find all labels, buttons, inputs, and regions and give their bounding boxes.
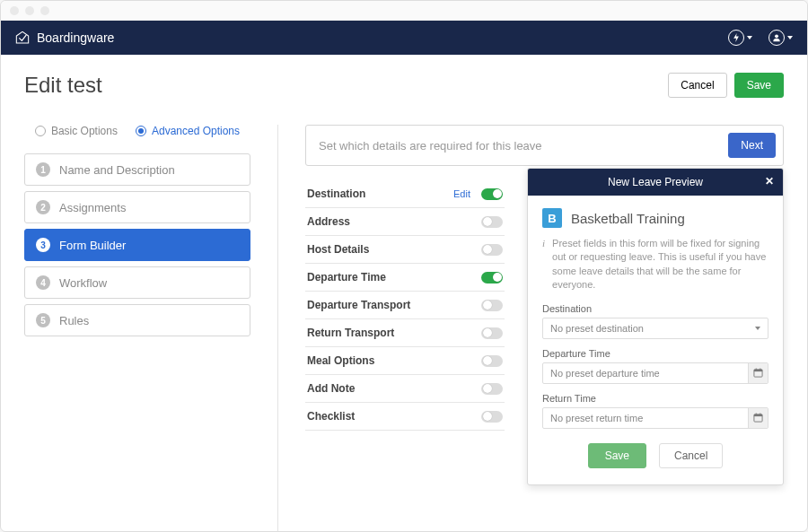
step-list: 1Name and Description2Assignments3Form B… bbox=[24, 153, 250, 336]
step-number-icon: 4 bbox=[36, 275, 50, 290]
field-toggle[interactable] bbox=[481, 327, 503, 339]
navbar-user-menu[interactable] bbox=[768, 30, 793, 46]
svg-rect-6 bbox=[754, 414, 762, 416]
preview-field-departure: Departure Time No preset departure time bbox=[542, 348, 768, 384]
app-window: Boardingware Edit test Cancel Save bbox=[0, 0, 808, 532]
field-row-right bbox=[481, 272, 503, 283]
field-label: Destination bbox=[542, 303, 768, 314]
field-toggle[interactable] bbox=[481, 272, 503, 283]
sidebar: Basic Options Advanced Options 1Name and… bbox=[24, 125, 250, 532]
preview-body: B Basketball Training i Preset fields in… bbox=[528, 196, 783, 484]
field-toggle[interactable] bbox=[481, 188, 503, 200]
svg-rect-4 bbox=[760, 369, 760, 371]
radio-icon bbox=[35, 126, 46, 136]
select-value: No preset destination bbox=[550, 323, 644, 334]
preview-save-button[interactable]: Save bbox=[588, 443, 646, 468]
step-form-builder[interactable]: 3Form Builder bbox=[24, 229, 250, 261]
cancel-button[interactable]: Cancel bbox=[668, 73, 726, 98]
field-toggle[interactable] bbox=[481, 383, 503, 395]
chevron-down-icon bbox=[747, 36, 752, 39]
field-label: Destination bbox=[307, 188, 365, 200]
field-toggle[interactable] bbox=[481, 355, 503, 367]
field-row-address: Address bbox=[305, 208, 505, 236]
step-number-icon: 3 bbox=[36, 238, 50, 252]
field-row-departure-time: Departure Time bbox=[305, 264, 505, 292]
leave-name: Basketball Training bbox=[571, 211, 685, 226]
field-toggle[interactable] bbox=[481, 244, 503, 256]
page-body: Basic Options Advanced Options 1Name and… bbox=[1, 109, 807, 532]
page-header: Edit test Cancel Save bbox=[1, 55, 807, 109]
preview-title-row: B Basketball Training bbox=[542, 208, 768, 228]
field-row-meal-options: Meal Options bbox=[305, 347, 505, 375]
preview-info-row: i Preset fields in this form will be fix… bbox=[542, 237, 768, 292]
field-row-destination: DestinationEdit bbox=[305, 180, 505, 208]
departure-time-input[interactable]: No preset departure time bbox=[542, 362, 768, 384]
field-row-return-transport: Return Transport bbox=[305, 319, 505, 347]
svg-rect-2 bbox=[754, 370, 762, 371]
radio-label: Basic Options bbox=[51, 125, 118, 137]
field-rows: DestinationEditAddressHost DetailsDepart… bbox=[305, 180, 505, 431]
save-button[interactable]: Save bbox=[734, 73, 784, 98]
step-number-icon: 2 bbox=[36, 200, 50, 214]
input-value: No preset return time bbox=[550, 413, 643, 423]
brand-name: Boardingware bbox=[37, 31, 114, 45]
destination-select[interactable]: No preset destination bbox=[542, 318, 768, 339]
main-panel: Set which details are required for this … bbox=[305, 125, 784, 532]
vertical-divider bbox=[277, 125, 278, 532]
field-row-right bbox=[481, 300, 503, 311]
field-row-departure-transport: Departure Transport bbox=[305, 292, 505, 319]
field-toggle[interactable] bbox=[481, 300, 503, 311]
field-edit-link[interactable]: Edit bbox=[453, 188, 470, 199]
field-row-host-details: Host Details bbox=[305, 236, 505, 264]
step-assignments[interactable]: 2Assignments bbox=[24, 191, 250, 223]
field-label: Address bbox=[307, 215, 350, 228]
traffic-light-close[interactable] bbox=[10, 6, 19, 15]
chevron-down-icon bbox=[787, 36, 793, 39]
preview-info-text: Preset fields in this form will be fixed… bbox=[552, 237, 768, 292]
field-row-right bbox=[481, 216, 503, 228]
svg-point-0 bbox=[775, 34, 778, 38]
step-workflow[interactable]: 4Workflow bbox=[24, 266, 250, 299]
step-label: Rules bbox=[59, 314, 89, 327]
help-text: Set which details are required for this … bbox=[319, 139, 542, 153]
traffic-light-min[interactable] bbox=[25, 6, 34, 15]
preview-panel: New Leave Preview ✕ B Basketball Trainin… bbox=[527, 168, 784, 485]
next-button[interactable]: Next bbox=[728, 133, 776, 158]
option-mode-radios: Basic Options Advanced Options bbox=[24, 125, 250, 137]
preview-field-destination: Destination No preset destination bbox=[542, 303, 768, 339]
preview-actions: Save Cancel bbox=[542, 443, 768, 468]
step-label: Workflow bbox=[59, 276, 107, 290]
brand[interactable]: Boardingware bbox=[15, 31, 114, 45]
calendar-icon bbox=[748, 408, 768, 428]
field-label: Add Note bbox=[307, 382, 355, 395]
step-label: Form Builder bbox=[59, 239, 126, 252]
svg-rect-3 bbox=[756, 369, 757, 371]
close-icon[interactable]: ✕ bbox=[765, 175, 774, 188]
field-row-right: Edit bbox=[453, 188, 503, 200]
return-time-input[interactable]: No preset return time bbox=[542, 407, 768, 429]
info-icon: i bbox=[542, 237, 545, 292]
preview-field-return: Return Time No preset return time bbox=[542, 393, 768, 429]
preview-cancel-button[interactable]: Cancel bbox=[659, 443, 723, 468]
field-row-right bbox=[481, 411, 503, 423]
user-icon bbox=[768, 30, 785, 46]
bolt-icon bbox=[728, 30, 744, 46]
radio-advanced-options[interactable]: Advanced Options bbox=[136, 125, 240, 137]
field-toggle[interactable] bbox=[481, 411, 503, 423]
radio-basic-options[interactable]: Basic Options bbox=[35, 125, 118, 137]
field-row-checklist: Checklist bbox=[305, 403, 505, 431]
traffic-light-max[interactable] bbox=[40, 6, 49, 15]
radio-icon bbox=[136, 126, 146, 136]
navbar-bolt-menu[interactable] bbox=[728, 30, 752, 46]
field-label: Host Details bbox=[307, 243, 369, 256]
brand-check-icon bbox=[15, 31, 30, 44]
preview-header: New Leave Preview ✕ bbox=[528, 169, 783, 196]
step-rules[interactable]: 5Rules bbox=[24, 304, 250, 336]
navbar-right bbox=[728, 30, 793, 46]
page-header-actions: Cancel Save bbox=[668, 73, 784, 98]
field-label: Departure Time bbox=[542, 348, 768, 359]
field-row-right bbox=[481, 355, 503, 367]
step-name-and-description[interactable]: 1Name and Description bbox=[24, 153, 250, 186]
field-toggle[interactable] bbox=[481, 216, 503, 228]
step-number-icon: 1 bbox=[36, 162, 50, 177]
